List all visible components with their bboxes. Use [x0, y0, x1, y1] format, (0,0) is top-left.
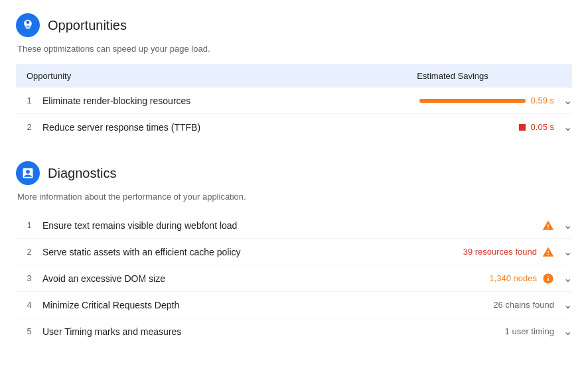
diagnostics-header: Diagnostics: [16, 161, 572, 185]
diagnostics-row-4: 4 Minimize Critical Requests Depth 26 ch…: [16, 292, 572, 318]
diagnostics-row-right: 1 user timing ⌄: [333, 325, 572, 338]
diagnostics-icon: [16, 161, 40, 185]
opportunities-table-header: Opportunity Estimated Savings: [16, 64, 572, 88]
opportunities-table: Opportunity Estimated Savings 1 Eliminat…: [16, 64, 572, 140]
warning-icon: [542, 246, 554, 258]
expand-chevron[interactable]: ⌄: [563, 245, 572, 258]
opportunities-description: These optimizations can speed up your pa…: [16, 44, 572, 54]
row-number: 5: [16, 326, 42, 336]
row-number: 3: [16, 273, 42, 283]
expand-chevron[interactable]: ⌄: [563, 219, 572, 231]
diagnostics-row-right: ⌄: [333, 219, 572, 231]
savings-col-header: Estimated Savings: [333, 64, 572, 88]
nodes-found-text: 1,340 nodes: [489, 273, 537, 283]
diagnostics-row-right: 26 chains found ⌄: [333, 298, 572, 311]
savings-bar: [419, 99, 526, 103]
info-icon: [542, 273, 554, 285]
row-number: 1: [16, 220, 42, 230]
opportunity-row-1: 1 Eliminate render-blocking resources 0.…: [16, 88, 572, 114]
row-label: Reduce server response times (TTFB): [42, 122, 333, 133]
expand-chevron[interactable]: ⌄: [563, 325, 572, 338]
row-label: User Timing marks and measures: [42, 326, 333, 337]
diagnostics-row-2: 2 Serve static assets with an efficient …: [16, 239, 572, 265]
expand-chevron[interactable]: ⌄: [563, 272, 572, 285]
resources-found-text: 39 resources found: [463, 247, 537, 257]
opportunity-col-header: Opportunity: [16, 64, 333, 88]
chains-found-text: 26 chains found: [493, 300, 554, 310]
opportunity-row-2: 2 Reduce server response times (TTFB) 0.…: [16, 114, 572, 140]
row-number: 2: [16, 247, 42, 257]
row-number: 4: [16, 300, 42, 310]
diagnostics-description: More information about the performance o…: [16, 192, 572, 202]
savings-bar-container: 0.05 s: [519, 122, 554, 132]
savings-value: 0.59 s: [531, 96, 554, 105]
opportunities-title: Opportunities: [48, 18, 127, 33]
diagnostics-row-right: 1,340 nodes ⌄: [333, 272, 572, 285]
row-savings: 0.59 s ⌄: [333, 94, 572, 107]
opportunities-icon: [16, 13, 40, 37]
diagnostics-section: Diagnostics More information about the p…: [16, 161, 572, 344]
user-timing-text: 1 user timing: [505, 326, 554, 336]
row-number: 1: [16, 96, 42, 105]
row-label: Serve static assets with an efficient ca…: [42, 247, 333, 257]
diagnostics-row-3: 3 Avoid an excessive DOM size 1,340 node…: [16, 265, 572, 292]
savings-value: 0.05 s: [531, 122, 554, 132]
row-label: Avoid an excessive DOM size: [42, 273, 333, 284]
diagnostics-svg-icon: [21, 166, 35, 180]
savings-bar-container: 0.59 s: [419, 96, 554, 105]
row-savings: 0.05 s ⌄: [333, 121, 572, 133]
red-square-indicator: [519, 124, 526, 131]
diagnostics-row-1: 1 Ensure text remains visible during web…: [16, 212, 572, 239]
warning-triangle-icon: [542, 246, 554, 258]
opportunities-svg-icon: [21, 19, 35, 32]
expand-chevron[interactable]: ⌄: [563, 94, 572, 107]
diagnostics-row-5: 5 User Timing marks and measures 1 user …: [16, 318, 572, 344]
row-label: Eliminate render-blocking resources: [42, 96, 333, 106]
expand-chevron[interactable]: ⌄: [563, 298, 572, 311]
warning-icon: [542, 220, 554, 231]
row-number: 2: [16, 122, 42, 132]
info-circle-icon: [542, 273, 554, 285]
expand-chevron[interactable]: ⌄: [563, 121, 572, 133]
warning-triangle-icon: [542, 220, 554, 231]
row-label: Ensure text remains visible during webfo…: [42, 220, 333, 231]
opportunities-header: Opportunities: [16, 13, 572, 37]
diagnostics-row-right: 39 resources found ⌄: [333, 245, 572, 258]
row-label: Minimize Critical Requests Depth: [42, 300, 333, 310]
diagnostics-title: Diagnostics: [48, 166, 116, 181]
opportunities-section: Opportunities These optimizations can sp…: [16, 13, 572, 140]
